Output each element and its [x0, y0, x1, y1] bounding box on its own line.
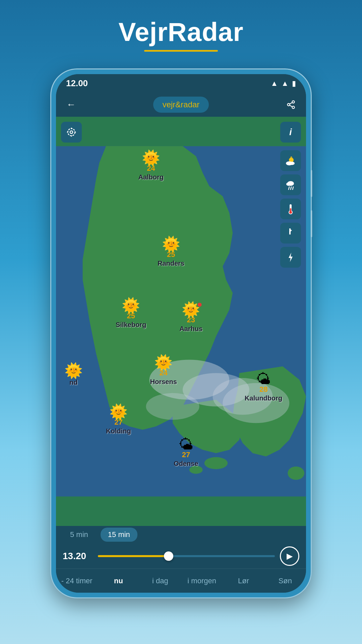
svg-point-7 — [204, 457, 228, 469]
sun-icon-randers: 🌞 — [162, 236, 180, 251]
weather-marker-kalundborg[interactable]: 🌤 28 Kalundborg — [245, 372, 282, 402]
interval-15min-button[interactable]: 15 min — [101, 528, 137, 542]
temp-kolding: 27 — [114, 418, 122, 426]
city-aarhus: Aarhus — [179, 325, 202, 332]
signal-icon: ▲ — [281, 79, 289, 88]
status-time: 12.00 — [66, 78, 88, 89]
sun-icon-partial: 🌞 — [64, 363, 83, 378]
red-dot-aarhus — [197, 303, 201, 307]
play-icon: ▶ — [287, 551, 293, 561]
weather-marker-kolding[interactable]: 🌞 27 Kolding — [106, 404, 131, 435]
svg-line-4 — [290, 103, 292, 104]
phone-inner: 12.00 ▲ ▲ ▮ ← vejr&radar — [56, 74, 306, 593]
wind-layer-button[interactable] — [280, 223, 301, 244]
svg-marker-30 — [289, 253, 293, 262]
svg-point-20 — [286, 182, 291, 186]
app-logo: vejr&radar — [153, 97, 209, 113]
svg-point-27 — [289, 211, 292, 214]
weather-marker-odense[interactable]: 🌤 27 Odense — [174, 437, 198, 468]
phone-frame: 12.00 ▲ ▲ ▮ ← vejr&radar — [50, 68, 312, 598]
timeline-bar: 13.20 ▶ — [56, 543, 306, 569]
back-icon: ← — [66, 99, 76, 110]
sun-icon-aarhus: 🌞 — [182, 302, 200, 317]
nav-24timer[interactable]: - 24 timer — [56, 575, 98, 587]
bottom-nav: - 24 timer nu i dag i morgen Lør Søn — [56, 569, 306, 593]
city-aalborg: Aalborg — [138, 173, 164, 181]
nav-imorgen[interactable]: i morgen — [181, 575, 223, 587]
timeline-track[interactable] — [98, 555, 275, 557]
battery-icon: ▮ — [292, 79, 296, 88]
city-kolding: Kolding — [106, 427, 131, 435]
svg-line-23 — [293, 187, 293, 190]
map-container[interactable]: i — [56, 117, 306, 526]
app-topbar: ← vejr&radar — [56, 93, 306, 117]
svg-point-2 — [292, 106, 295, 109]
location-button[interactable] — [61, 122, 82, 143]
svg-point-0 — [292, 101, 295, 103]
city-horsens: Horsens — [150, 378, 177, 386]
nav-lor[interactable]: Lør — [223, 575, 264, 587]
city-silkeborg: Silkeborg — [116, 321, 146, 328]
svg-point-6 — [288, 467, 304, 480]
play-button[interactable]: ▶ — [280, 546, 299, 566]
city-randers: Randers — [158, 259, 184, 267]
interval-bar: 5 min 15 min — [56, 526, 306, 543]
temp-aalborg: 24 — [147, 164, 155, 173]
svg-line-3 — [290, 105, 292, 107]
cloud-layer-button[interactable] — [280, 150, 301, 171]
interval-5min-button[interactable]: 5 min — [63, 528, 96, 542]
city-kalundborg: Kalundborg — [245, 394, 282, 402]
share-button[interactable] — [283, 96, 299, 113]
temp-silkeborg: 25 — [127, 311, 135, 320]
temp-layer-button[interactable] — [280, 199, 301, 219]
svg-point-18 — [289, 162, 295, 165]
phone-button-right — [311, 170, 312, 197]
svg-point-15 — [68, 128, 75, 136]
logo-text1: vejr — [163, 100, 176, 109]
svg-point-1 — [288, 104, 290, 106]
nav-son[interactable]: Søn — [264, 575, 306, 587]
nav-nu[interactable]: nu — [98, 575, 139, 587]
app-header: VejrRadar — [0, 0, 362, 58]
svg-point-14 — [70, 131, 73, 133]
sun-icon-kalundborg: 🌤 — [256, 372, 271, 386]
status-bar: 12.00 ▲ ▲ ▮ — [56, 74, 306, 93]
weather-marker-horsens[interactable]: 🌞 24 Horsens — [150, 355, 177, 386]
sun-icon-odense: 🌤 — [179, 437, 193, 452]
city-odense: Odense — [174, 460, 198, 468]
temp-randers: 25 — [167, 250, 175, 259]
weather-marker-partial: 🌞 nd — [64, 363, 83, 386]
timeline-time: 13.20 — [63, 551, 93, 561]
sun-icon-horsens: 🌞 — [154, 355, 173, 370]
back-button[interactable]: ← — [63, 96, 79, 113]
info-icon: i — [289, 127, 292, 138]
timeline-fill — [98, 555, 169, 557]
weather-marker-randers[interactable]: 🌞 25 Randers — [158, 236, 184, 267]
app-title: VejrRadar — [118, 17, 243, 47]
sun-icon-kolding: 🌞 — [109, 404, 128, 419]
lightning-layer-button[interactable] — [280, 247, 301, 268]
timeline-thumb[interactable] — [164, 551, 173, 561]
rain-layer-button[interactable] — [280, 174, 301, 195]
weather-marker-silkeborg[interactable]: 🌞 25 Silkeborg — [116, 298, 146, 328]
svg-line-21 — [289, 187, 289, 190]
nav-idag[interactable]: i dag — [139, 575, 181, 587]
phone-button-right2 — [311, 210, 312, 237]
city-partial: nd — [69, 378, 77, 386]
wifi-icon: ▲ — [270, 79, 278, 88]
weather-marker-aarhus[interactable]: 🌞 23 Aarhus — [179, 302, 202, 332]
temp-horsens: 24 — [160, 369, 168, 377]
logo-ampersand: & — [175, 100, 181, 109]
status-icons: ▲ ▲ ▮ — [270, 79, 296, 88]
svg-line-22 — [291, 187, 291, 190]
logo-text2: radar — [181, 100, 199, 109]
sun-icon-aalborg: 🌞 — [142, 151, 160, 165]
weather-marker-aalborg[interactable]: 🌞 24 Aalborg — [138, 151, 164, 181]
svg-point-12 — [146, 393, 199, 420]
title-underline — [144, 50, 218, 52]
temp-kalundborg: 28 — [259, 385, 267, 394]
temp-odense: 27 — [182, 450, 190, 459]
sun-icon-silkeborg: 🌞 — [122, 298, 140, 313]
layer-controls — [280, 150, 301, 268]
info-button[interactable]: i — [280, 122, 301, 143]
